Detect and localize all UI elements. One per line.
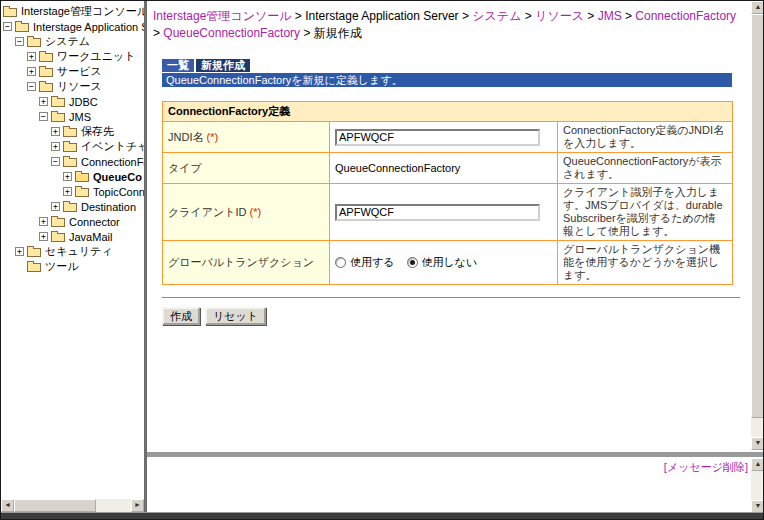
tree-indent	[3, 154, 15, 169]
form-row-global-transaction: グローバルトランザクション使用する使用しないグローバルトランザクション機能を使用…	[163, 241, 733, 285]
expand-icon[interactable]: +	[63, 187, 72, 196]
tree-item-storage-destination[interactable]: +保存先	[3, 124, 144, 139]
tree-item-javamail[interactable]: +JavaMail	[3, 229, 144, 244]
field-description-global-transaction: グローバルトランザクション機能を使用するかどうかを選択します。	[558, 241, 733, 285]
tree-item-security[interactable]: +セキュリティ	[3, 244, 144, 259]
breadcrumb-item[interactable]: システム	[472, 9, 521, 23]
vertical-scrollbar-thumb[interactable]	[751, 14, 764, 418]
breadcrumb-item: 新規作成	[314, 26, 362, 40]
expand-icon[interactable]: +	[15, 247, 24, 256]
tree-item-tool[interactable]: ツール	[3, 259, 144, 274]
tree-item-queue-connection-factory[interactable]: +QueueCo	[3, 169, 144, 184]
scroll-up-button[interactable]: ▲	[751, 458, 764, 471]
field-label-client-id: クライアントID (*)	[163, 184, 330, 241]
message-vertical-scrollbar[interactable]: ▲ ▼	[751, 458, 764, 513]
tree-indent	[27, 124, 39, 139]
expand-icon[interactable]: +	[39, 97, 48, 106]
tree-indent	[39, 124, 51, 139]
tree-indent	[15, 214, 27, 229]
global-transaction-option-1[interactable]: 使用する	[335, 256, 395, 268]
collapse-icon[interactable]: −	[27, 82, 36, 91]
tree-item-service[interactable]: +サービス	[3, 64, 144, 79]
tree-indent	[27, 229, 39, 244]
folder-icon	[27, 263, 41, 272]
sidebar-horizontal-scrollbar[interactable]: ◄ ►	[1, 499, 144, 512]
scroll-down-button[interactable]: ▼	[751, 437, 764, 450]
tree-indent	[27, 199, 39, 214]
tree-indent	[51, 184, 63, 199]
collapse-icon[interactable]: −	[39, 112, 48, 121]
expand-icon[interactable]: +	[51, 202, 60, 211]
breadcrumb-item: Interstage Application Server	[305, 9, 458, 23]
tree-item-resource[interactable]: −リソース	[3, 79, 144, 94]
tree-item-interstage-console[interactable]: Interstage管理コンソール	[3, 4, 144, 19]
breadcrumb-item[interactable]: ConnectionFactory	[635, 9, 736, 23]
tree-item-label: Interstage管理コンソール	[21, 4, 144, 19]
tree-item-topic-connection-factory[interactable]: +TopicConn	[3, 184, 144, 199]
tree-indent	[15, 109, 27, 124]
tree-item-event-channel[interactable]: +イベントチャネ	[3, 139, 144, 154]
main-vertical-scrollbar[interactable]: ▲ ▼	[751, 1, 764, 450]
radio-unselected-icon[interactable]	[335, 257, 346, 268]
tree-item-system[interactable]: −システム	[3, 34, 144, 49]
tree-indent	[51, 169, 63, 184]
create-button[interactable]: 作成	[162, 307, 200, 325]
tree-item-label: TopicConn	[93, 186, 144, 198]
scroll-up-button[interactable]: ▲	[751, 1, 764, 14]
tab-list[interactable]: 一覧	[162, 59, 194, 72]
tree-item-connection-factory[interactable]: −ConnectionFac	[3, 154, 144, 169]
open-folder-icon	[75, 173, 89, 182]
tree-item-connector[interactable]: +Connector	[3, 214, 144, 229]
tree-item-work-unit[interactable]: +ワークユニット	[3, 49, 144, 64]
expand-icon[interactable]: +	[39, 232, 48, 241]
tree-item-jms[interactable]: −JMS	[3, 109, 144, 124]
radio-selected-icon[interactable]	[407, 257, 418, 268]
expand-icon[interactable]: +	[27, 52, 36, 61]
field-description-type: QueueConnectionFactoryが表示されます。	[558, 153, 733, 184]
expand-icon[interactable]: +	[63, 172, 72, 181]
expand-icon[interactable]: +	[51, 127, 60, 136]
window-bottom-border	[1, 512, 763, 519]
tab-new-creation[interactable]: 新規作成	[196, 59, 250, 72]
tree-item-interstage-application-server[interactable]: −Interstage Application Server	[3, 19, 144, 34]
tree-indent	[3, 109, 15, 124]
folder-icon	[51, 98, 65, 107]
global-transaction-option-2[interactable]: 使用しない	[407, 256, 478, 268]
tree-item-jdbc[interactable]: +JDBC	[3, 94, 144, 109]
tree-indent	[15, 229, 27, 244]
collapse-icon[interactable]: −	[51, 157, 60, 166]
expand-icon[interactable]: +	[39, 217, 48, 226]
scroll-left-button[interactable]: ◄	[1, 499, 14, 512]
reset-button[interactable]: リセット	[205, 307, 266, 325]
breadcrumb-item[interactable]: QueueConnectionFactory	[163, 26, 300, 40]
tree-item-label: JDBC	[69, 96, 98, 108]
tree-item-label: サービス	[57, 64, 102, 79]
breadcrumb-item[interactable]: リソース	[535, 9, 584, 23]
collapse-icon[interactable]: −	[3, 22, 12, 31]
client-id-input[interactable]	[335, 204, 540, 221]
field-label-global-transaction: グローバルトランザクション	[163, 241, 330, 285]
horizontal-scrollbar-thumb[interactable]	[14, 499, 96, 512]
tree-indent	[27, 214, 39, 229]
collapse-icon[interactable]: −	[15, 37, 24, 46]
delete-messages-link[interactable]: [メッセージ削除]	[664, 460, 748, 475]
field-label-jndi-name: JNDI名 (*)	[163, 122, 330, 153]
expand-icon[interactable]: +	[51, 142, 60, 151]
jndi-name-input[interactable]	[335, 129, 540, 146]
folder-icon	[27, 248, 41, 257]
frame-splitter[interactable]	[147, 451, 764, 458]
tree-indent	[15, 64, 27, 79]
breadcrumb-separator: >	[622, 9, 636, 23]
form-row-jndi-name: JNDI名 (*)ConnectionFactory定義のJNDI名を入力します…	[163, 122, 733, 153]
tree-indent	[27, 154, 39, 169]
required-marker: (*)	[207, 131, 219, 143]
breadcrumb-item[interactable]: JMS	[598, 9, 622, 23]
breadcrumb-separator: >	[300, 26, 314, 40]
expand-icon[interactable]: +	[27, 67, 36, 76]
breadcrumb: Interstage管理コンソール > Interstage Applicati…	[153, 8, 741, 42]
tree-indent	[27, 184, 39, 199]
section-divider	[162, 297, 740, 299]
scroll-right-button[interactable]: ►	[131, 499, 144, 512]
breadcrumb-item[interactable]: Interstage管理コンソール	[153, 9, 292, 23]
tree-item-destination[interactable]: +Destination	[3, 199, 144, 214]
